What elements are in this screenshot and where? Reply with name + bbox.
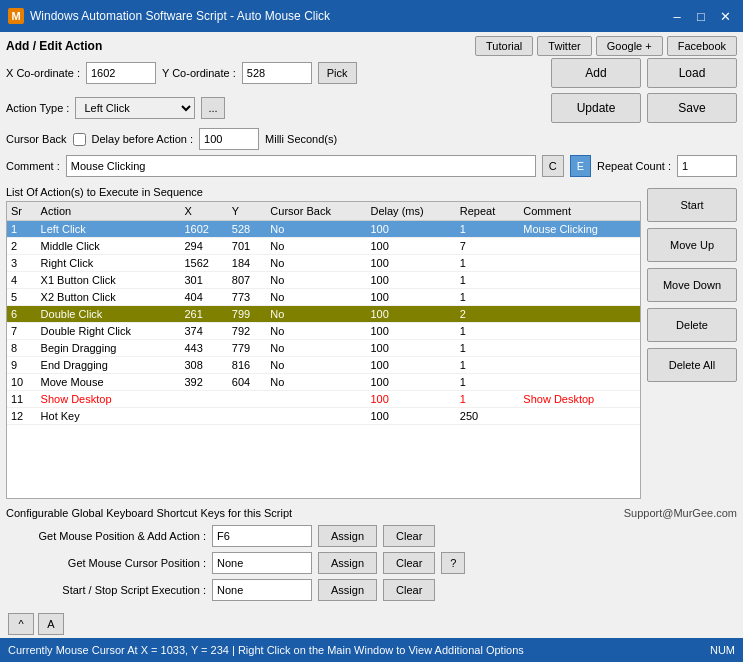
table-row[interactable]: 4X1 Button Click301807No1001 [7,272,640,289]
up-button[interactable]: ^ [8,613,34,635]
delete-all-button[interactable]: Delete All [647,348,737,382]
update-button[interactable]: Update [551,93,641,123]
save-button[interactable]: Save [647,93,737,123]
comment-input[interactable] [66,155,536,177]
section-label: Add / Edit Action [6,39,102,53]
title-bar: M Windows Automation Software Script - A… [0,0,743,32]
delay-label: Delay before Action : [92,133,194,145]
action-table[interactable]: Sr Action X Y Cursor Back Delay (ms) Rep… [6,201,641,499]
table-row[interactable]: 2Middle Click294701No1007 [7,238,640,255]
col-y: Y [228,202,267,221]
assign-button-1[interactable]: Assign [318,525,377,547]
title-bar-left: M Windows Automation Software Script - A… [8,8,330,24]
title-controls: – □ ✕ [667,6,735,26]
add-button[interactable]: Add [551,58,641,88]
dots-button[interactable]: ... [201,97,224,119]
shortcut-input-1[interactable] [212,525,312,547]
clear-button-1[interactable]: Clear [383,525,435,547]
table-row[interactable]: 8Begin Dragging443779No1001 [7,340,640,357]
table-row[interactable]: 11Show Desktop1001Show Desktop [7,391,640,408]
comment-label: Comment : [6,160,60,172]
assign-button-3[interactable]: Assign [318,579,377,601]
e-button[interactable]: E [570,155,591,177]
tutorial-button[interactable]: Tutorial [475,36,533,56]
table-row[interactable]: 3Right Click1562184No1001 [7,255,640,272]
col-sr: Sr [7,202,37,221]
col-delay: Delay (ms) [366,202,455,221]
action-type-row: Action Type : Left Click ... Update Save [6,93,737,123]
delay-unit: Milli Second(s) [265,133,337,145]
col-cursor-back: Cursor Back [266,202,366,221]
delay-input[interactable] [199,128,259,150]
shortcut-label-3: Start / Stop Script Execution : [6,584,206,596]
app-icon: M [8,8,24,24]
shortcut-input-3[interactable] [212,579,312,601]
repeat-input[interactable] [677,155,737,177]
right-action-buttons: Start Move Up Move Down Delete Delete Al… [647,186,737,499]
header-area: Add / Edit Action Tutorial Twitter Googl… [0,32,743,58]
y-label: Y Co-ordinate : [162,67,236,79]
pick-button[interactable]: Pick [318,62,357,84]
start-button[interactable]: Start [647,188,737,222]
col-x: X [180,202,227,221]
table-row[interactable]: 12Hot Key100250 [7,408,640,425]
x-label: X Co-ordinate : [6,67,80,79]
delete-button[interactable]: Delete [647,308,737,342]
footer-left: ^ A [8,613,64,635]
list-title: List Of Action(s) to Execute in Sequence [6,186,641,198]
clear-button-2[interactable]: Clear [383,552,435,574]
xy-row: X Co-ordinate : Y Co-ordinate : Pick Add… [6,58,737,88]
list-area: List Of Action(s) to Execute in Sequence… [6,186,641,499]
maximize-button[interactable]: □ [691,6,711,26]
assign-button-2[interactable]: Assign [318,552,377,574]
cursor-back-label: Cursor Back [6,133,67,145]
google-button[interactable]: Google + [596,36,663,56]
facebook-button[interactable]: Facebook [667,36,737,56]
status-message: Currently Mouse Cursor At X = 1033, Y = … [8,644,524,656]
move-up-button[interactable]: Move Up [647,228,737,262]
c-button[interactable]: C [542,155,564,177]
num-indicator: NUM [710,644,735,656]
shortcut-label-1: Get Mouse Position & Add Action : [6,530,206,542]
support-email: Support@MurGee.com [624,507,737,519]
status-bar: Currently Mouse Cursor At X = 1033, Y = … [0,638,743,662]
cursor-back-checkbox[interactable] [73,133,86,146]
shortcut-label-2: Get Mouse Cursor Position : [6,557,206,569]
clear-button-3[interactable]: Clear [383,579,435,601]
actions-table: Sr Action X Y Cursor Back Delay (ms) Rep… [7,202,640,425]
action-type-label: Action Type : [6,102,69,114]
main-content-area: List Of Action(s) to Execute in Sequence… [0,182,743,503]
load-button[interactable]: Load [647,58,737,88]
col-repeat: Repeat [456,202,520,221]
table-row[interactable]: 10Move Mouse392604No1001 [7,374,640,391]
close-button[interactable]: ✕ [715,6,735,26]
shortcut-row-3: Start / Stop Script Execution : Assign C… [6,579,737,601]
minimize-button[interactable]: – [667,6,687,26]
comment-row: Comment : C E Repeat Count : [6,155,737,177]
help-button[interactable]: ? [441,552,465,574]
y-input[interactable] [242,62,312,84]
shortcuts-title: Configurable Global Keyboard Shortcut Ke… [6,507,292,519]
shortcut-row-2: Get Mouse Cursor Position : Assign Clear… [6,552,737,574]
table-row[interactable]: 6Double Click261799No1002 [7,306,640,323]
main-window: M Windows Automation Software Script - A… [0,0,743,662]
repeat-label: Repeat Count : [597,160,671,172]
shortcuts-header: Configurable Global Keyboard Shortcut Ke… [6,507,737,519]
table-row[interactable]: 7Double Right Click374792No1001 [7,323,640,340]
shortcut-row-1: Get Mouse Position & Add Action : Assign… [6,525,737,547]
form-area: X Co-ordinate : Y Co-ordinate : Pick Add… [0,58,743,182]
table-row[interactable]: 1Left Click1602528No1001Mouse Clicking [7,221,640,238]
footer-bar: ^ A [0,610,743,638]
window-title: Windows Automation Software Script - Aut… [30,9,330,23]
a-button[interactable]: A [38,613,64,635]
x-input[interactable] [86,62,156,84]
shortcuts-section: Configurable Global Keyboard Shortcut Ke… [0,503,743,606]
col-action: Action [37,202,181,221]
move-down-button[interactable]: Move Down [647,268,737,302]
shortcut-input-2[interactable] [212,552,312,574]
col-comment: Comment [519,202,640,221]
action-type-select[interactable]: Left Click [75,97,195,119]
table-row[interactable]: 9End Dragging308816No1001 [7,357,640,374]
twitter-button[interactable]: Twitter [537,36,591,56]
table-row[interactable]: 5X2 Button Click404773No1001 [7,289,640,306]
